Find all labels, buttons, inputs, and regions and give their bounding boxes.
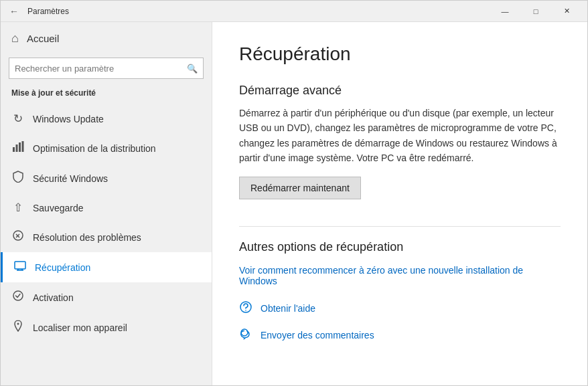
minimize-button[interactable]: — <box>490 1 520 22</box>
settings-window: ← Paramètres — □ ✕ ⌂ Accueil 🔍 Mise à jo… <box>0 0 588 386</box>
sidebar-item-activation[interactable]: Activation <box>1 282 212 312</box>
sidebar-item-label: Sécurité Windows <box>33 173 108 184</box>
svg-rect-3 <box>22 141 24 152</box>
content-area: Récupération Démarrage avancé Démarrez à… <box>212 22 587 385</box>
sidebar-item-home[interactable]: ⌂ Accueil <box>1 22 212 55</box>
advanced-start-description: Démarrez à partir d'un périphérique ou d… <box>239 106 561 166</box>
sidebar-item-windows-update[interactable]: ↻ Windows Update <box>1 104 212 133</box>
sidebar-item-label: Récupération <box>35 262 90 273</box>
svg-point-9 <box>245 310 246 311</box>
svg-rect-0 <box>13 147 15 152</box>
close-button[interactable]: ✕ <box>551 1 582 22</box>
backup-icon: ⇧ <box>11 201 25 215</box>
reinstall-link[interactable]: Voir comment recommencer à zéro avec une… <box>239 265 561 286</box>
home-icon: ⌂ <box>11 31 19 45</box>
help-icon <box>239 300 252 317</box>
restart-now-button[interactable]: Redémarrer maintenant <box>239 177 361 199</box>
sidebar: ⌂ Accueil 🔍 Mise à jour et sécurité ↻ Wi… <box>1 22 212 385</box>
svg-rect-1 <box>16 144 18 152</box>
search-box[interactable]: 🔍 <box>9 58 204 79</box>
main-container: ⌂ Accueil 🔍 Mise à jour et sécurité ↻ Wi… <box>1 22 587 385</box>
recovery-icon <box>13 260 27 275</box>
titlebar: ← Paramètres — □ ✕ <box>1 1 587 22</box>
activation-icon <box>11 290 25 305</box>
windows-update-icon: ↻ <box>11 112 25 126</box>
sidebar-item-resolution[interactable]: Résolution des problèmes <box>1 222 212 252</box>
optimisation-icon <box>11 140 25 156</box>
search-input[interactable] <box>15 64 187 74</box>
sidebar-item-optimisation[interactable]: Optimisation de la distribution <box>1 133 212 163</box>
feedback-link-item[interactable]: Envoyer des commentaires <box>239 326 561 344</box>
sidebar-item-label: Optimisation de la distribution <box>33 143 156 154</box>
window-title: Paramètres <box>27 7 490 16</box>
svg-rect-2 <box>19 142 21 152</box>
window-controls: — □ ✕ <box>490 1 582 22</box>
sidebar-item-label: Résolution des problèmes <box>33 232 141 243</box>
sidebar-item-securite[interactable]: Sécurité Windows <box>1 163 212 193</box>
svg-point-6 <box>13 291 23 300</box>
maximize-button[interactable]: □ <box>520 1 551 22</box>
advanced-start-title: Démarrage avancé <box>239 84 561 98</box>
help-link-item[interactable]: Obtenir l'aide <box>239 300 561 317</box>
sidebar-item-label: Sauvegarde <box>33 203 84 213</box>
sidebar-item-label: Activation <box>33 292 74 303</box>
back-button[interactable]: ← <box>6 3 22 19</box>
troubleshoot-icon <box>11 229 25 245</box>
home-label: Accueil <box>27 33 59 44</box>
sidebar-item-recuperation[interactable]: Récupération <box>1 252 212 282</box>
search-icon: 🔍 <box>187 64 198 74</box>
sidebar-item-label: Windows Update <box>33 114 104 124</box>
sidebar-item-localiser[interactable]: Localiser mon appareil <box>1 312 212 343</box>
feedback-icon <box>239 327 252 344</box>
sidebar-item-sauvegarde[interactable]: ⇧ Sauvegarde <box>1 193 212 222</box>
reinstall-link-item[interactable]: Voir comment recommencer à zéro avec une… <box>239 265 561 286</box>
svg-rect-5 <box>15 262 25 269</box>
page-title: Récupération <box>239 43 561 65</box>
other-options-title: Autres options de récupération <box>239 240 561 254</box>
sidebar-item-label: Localiser mon appareil <box>33 322 127 333</box>
shield-icon <box>11 171 25 186</box>
sidebar-section-title: Mise à jour et sécurité <box>1 84 212 104</box>
svg-point-10 <box>241 329 248 336</box>
feedback-link[interactable]: Envoyer des commentaires <box>261 330 374 341</box>
section-divider <box>239 226 561 227</box>
svg-point-7 <box>17 323 19 325</box>
locate-icon <box>11 320 25 335</box>
help-link[interactable]: Obtenir l'aide <box>261 303 315 314</box>
